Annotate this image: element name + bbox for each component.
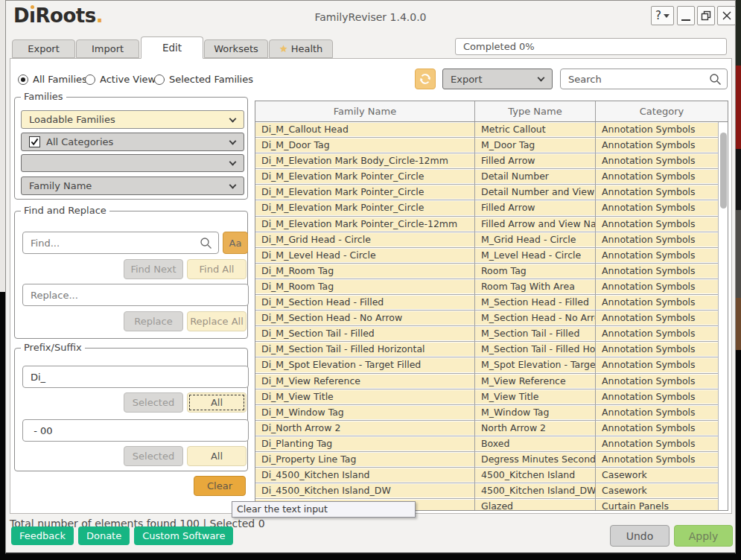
table-cell: Filled Arrow [475, 200, 596, 215]
vertical-scrollbar-thumb[interactable] [720, 133, 727, 209]
help-button[interactable]: ? [651, 6, 674, 25]
donate-button[interactable]: Donate [78, 526, 130, 545]
table-cell: Di_Planting Tag [255, 436, 475, 451]
table-row[interactable]: Di_M_Spot Elevation - Target FilledM_Spo… [255, 357, 718, 373]
find-input[interactable] [22, 232, 219, 254]
group-legend: Prefix/Suffix [21, 342, 85, 353]
table-row[interactable]: Di_M_Window TagM_Window TagAnnotation Sy… [255, 405, 718, 421]
table-row[interactable]: Di_M_Section Tail - Filled HorizontalM_S… [255, 342, 718, 357]
prefix-selected-button[interactable]: Selected [124, 392, 183, 413]
table-cell: M_Spot Elevation - Target F [475, 357, 596, 372]
table-cell: Annotation Symbols [596, 357, 718, 372]
vertical-scrollbar[interactable] [718, 122, 728, 510]
suffix-input[interactable] [22, 419, 249, 442]
table-row[interactable]: Di_M_Elevation Mark Body_Circle-12mmFill… [255, 153, 718, 169]
table-cell: Annotation Symbols [596, 295, 718, 310]
table-cell: Di_Property Line Tag [255, 452, 475, 467]
table-cell: Room Tag With Area [475, 279, 596, 294]
table-cell: M_Grid Head - Circle [475, 232, 596, 247]
category-filter-dropdown[interactable] [21, 154, 244, 172]
radio-icon [154, 74, 165, 85]
refresh-icon [419, 72, 432, 86]
find-next-button[interactable]: Find Next [124, 259, 183, 279]
maximize-button[interactable] [697, 6, 715, 25]
table-cell: M_Section Head - Filled [475, 295, 596, 310]
table-row[interactable]: Di_North Arrow 2North Arrow 2Annotation … [255, 421, 718, 436]
table-row[interactable]: Di_M_Room TagRoom Tag With AreaAnnotatio… [255, 279, 718, 295]
table-cell: Di_M_Room Tag [255, 279, 475, 294]
tab-worksets[interactable]: Worksets [204, 39, 268, 58]
suffix-all-button[interactable]: All [187, 446, 247, 466]
feedback-button[interactable]: Feedback [11, 526, 74, 545]
tab-import[interactable]: Import [76, 39, 139, 58]
table-row[interactable]: Di_M_Door TagM_Door TagAnnotation Symbol… [255, 138, 718, 153]
table-cell: Annotation Symbols [596, 153, 718, 168]
tooltip: Clear the text input [232, 501, 416, 518]
column-header-category[interactable]: Category [596, 101, 728, 121]
chevron-down-icon [229, 137, 237, 144]
table-row[interactable]: Di_M_Grid Head - CircleM_Grid Head - Cir… [255, 232, 718, 248]
all-categories-checkbox[interactable] [29, 136, 40, 147]
group-legend: Families [21, 91, 66, 102]
table-body: Di_M_Callout HeadMetric CalloutAnnotatio… [255, 122, 718, 510]
table-row[interactable]: Di_M_Level Head - CircleM_Level Head - C… [255, 248, 718, 264]
match-case-button[interactable]: Aa [223, 232, 248, 254]
custom-software-button[interactable]: Custom Software [134, 526, 233, 545]
desktop-background [736, 149, 741, 210]
table-row[interactable]: Di_M_Elevation Mark Pointer_CircleDetail… [255, 185, 718, 200]
table-row[interactable]: Di_M_Elevation Mark Pointer_Circle-12mmF… [255, 217, 718, 232]
table-row[interactable]: Di_Property Line TagDegress Minutes Seco… [255, 452, 718, 468]
table-row[interactable]: Di_M_Section Tail - FilledM_Section Tail… [255, 326, 718, 342]
radio-selected-families[interactable]: Selected Families [154, 74, 253, 85]
prefix-all-button[interactable]: All [187, 392, 247, 413]
clear-button[interactable]: Clear [194, 476, 246, 496]
table-row[interactable]: Di_M_Room TagRoom TagAnnotation Symbols [255, 264, 718, 279]
close-button[interactable] [717, 6, 736, 25]
tab-health[interactable]: Health [269, 39, 333, 58]
table-cell: Filled Arrow [475, 153, 596, 168]
table-row[interactable]: Di_M_Elevation Mark Pointer_CircleDetail… [255, 169, 718, 185]
categories-dropdown[interactable]: All Categories [21, 133, 244, 151]
tab-export[interactable]: Export [12, 39, 75, 58]
column-header-type-name[interactable]: Type Name [475, 101, 596, 121]
table-cell: Annotation Symbols [596, 389, 718, 404]
prefix-input[interactable] [22, 366, 249, 388]
search-input[interactable] [560, 69, 728, 89]
table-row[interactable]: Di_4500_Kitchen Island4500_Kitchen Islan… [255, 468, 718, 483]
desktop-background [736, 350, 741, 560]
table-row[interactable]: Di_M_View ReferenceM_View ReferenceAnnot… [255, 374, 718, 389]
replace-button[interactable]: Replace [124, 311, 183, 331]
find-all-button[interactable]: Find All [187, 259, 247, 279]
radio-all-families[interactable]: All Families [18, 74, 87, 85]
column-header-family-name[interactable]: Family Name [255, 101, 475, 121]
table-row[interactable]: Di_M_Callout HeadMetric CalloutAnnotatio… [255, 122, 718, 138]
tab-edit[interactable]: Edit [141, 36, 203, 59]
table-row[interactable]: Di_M_Section Head - FilledM_Section Head… [255, 295, 718, 311]
replace-all-button[interactable]: Replace All [187, 311, 247, 331]
table-row[interactable]: Di_M_Section Head - No ArrowM_Section He… [255, 311, 718, 326]
table-cell: Di_M_Window Tag [255, 405, 475, 420]
table-row[interactable]: Di_Planting TagBoxedAnnotation Symbols [255, 436, 718, 452]
refresh-button[interactable] [415, 69, 436, 89]
footer-links: Feedback Donate Custom Software [11, 526, 233, 545]
replace-input[interactable] [22, 284, 249, 306]
table-cell: Annotation Symbols [596, 421, 718, 436]
table-row[interactable]: Di_M_View TitleM_View TitleAnnotation Sy… [255, 389, 718, 405]
table-cell: 4500_Kitchen Island_DW [475, 483, 596, 498]
table-cell: Di_M_Elevation Mark Pointer_Circle [255, 200, 475, 215]
table-row[interactable]: Di_4500_Kitchen Island_DW4500_Kitchen Is… [255, 483, 718, 499]
apply-button[interactable]: Apply [674, 525, 733, 547]
suffix-selected-button[interactable]: Selected [124, 446, 183, 466]
radio-active-view[interactable]: Active View [85, 74, 156, 85]
action-dropdown[interactable]: Export [442, 69, 553, 89]
sort-by-dropdown[interactable]: Family Name [21, 176, 244, 195]
table-cell: Di_M_Spot Elevation - Target Filled [255, 357, 475, 372]
maximize-icon [701, 10, 711, 21]
undo-button[interactable]: Undo [610, 525, 670, 547]
table-cell: Annotation Symbols [596, 264, 718, 279]
table-cell: Curtain Panels [596, 499, 718, 510]
table-cell: Degress Minutes Seconds [475, 452, 596, 467]
family-kind-dropdown[interactable]: Loadable Families [21, 110, 244, 129]
minimize-button[interactable] [677, 6, 695, 25]
table-row[interactable]: Di_M_Elevation Mark Pointer_CircleFilled… [255, 200, 718, 216]
